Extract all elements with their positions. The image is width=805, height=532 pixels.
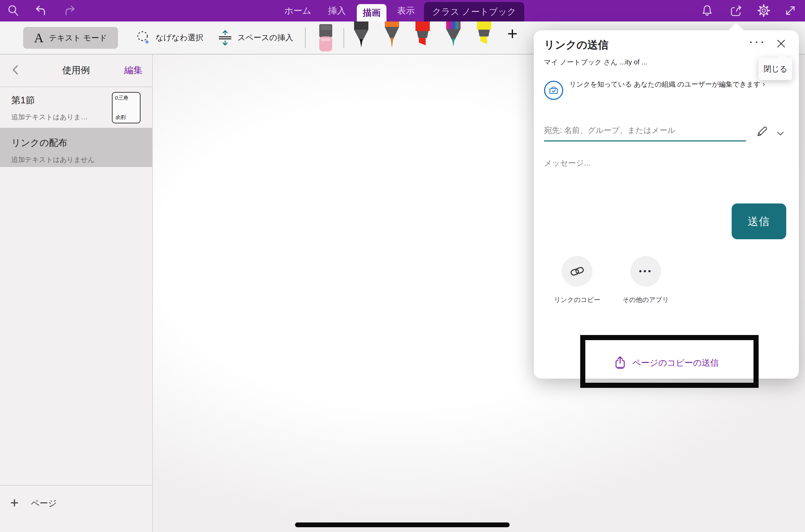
link-icon — [569, 263, 585, 279]
notifications-bell-icon[interactable] — [701, 4, 714, 17]
recipient-field — [544, 123, 746, 141]
more-options-icon[interactable]: ··· — [749, 34, 766, 49]
text-mode-button[interactable]: A テキスト モード — [23, 27, 118, 49]
orange-pen-tool[interactable] — [381, 21, 402, 51]
thumbnail-handwriting-line: 0三角 — [115, 95, 137, 101]
page-thumbnail: 0三角 余割. — [112, 92, 141, 123]
insert-space-label: スペースの挿入 — [237, 32, 293, 43]
ellipsis-icon: ••• — [639, 267, 653, 276]
eraser-tool[interactable] — [317, 24, 334, 52]
other-apps-label: その他のアプリ — [618, 295, 673, 304]
copy-link-button[interactable]: リンクのコピー — [550, 256, 604, 304]
page-list-sidebar: 使用例 編集 第1節 追加テキストはありま… 0三角 余割. リンクの配布 追加… — [0, 54, 153, 532]
send-link-panel: リンクの送信 ··· マイ ノートブック さん ...ity of ... リン… — [534, 30, 799, 379]
close-tooltip: 閉じる — [759, 58, 792, 80]
top-app-bar: ホーム 挿入 描画 表示 クラス ノートブック — [0, 0, 805, 21]
tab-insert[interactable]: 挿入 — [320, 0, 354, 21]
message-input[interactable] — [544, 156, 735, 170]
onenote-app-screen: ホーム 挿入 描画 表示 クラス ノートブック — [0, 0, 805, 532]
text-mode-a-icon: A — [34, 30, 43, 45]
redo-icon[interactable] — [63, 4, 76, 17]
page-list-item-selected[interactable]: リンクの配布 追加テキストはありません — [0, 128, 152, 167]
share-icon[interactable] — [729, 4, 742, 17]
lasso-select-label: なげなわ選択 — [156, 32, 203, 43]
pen-tray — [351, 21, 495, 51]
recipient-input[interactable] — [544, 123, 746, 141]
tab-view[interactable]: 表示 — [389, 0, 423, 21]
fullscreen-expand-icon[interactable] — [784, 4, 797, 17]
message-field — [544, 156, 735, 170]
search-icon[interactable] — [7, 4, 20, 17]
panel-title: リンクの送信 — [544, 38, 609, 52]
rainbow-pen-tool[interactable] — [443, 21, 464, 51]
chevron-down-icon[interactable] — [776, 129, 785, 138]
red-marker-tool[interactable] — [412, 21, 433, 51]
permission-text: リンクを知っている あなたの組織 のユーザーが編集できます› — [569, 78, 774, 100]
lasso-icon — [136, 31, 151, 45]
toolbar-divider — [343, 28, 344, 48]
page-list-item[interactable]: 第1節 追加テキストはありま… 0三角 余割. — [0, 88, 152, 128]
add-pen-button[interactable]: + — [507, 25, 517, 43]
edit-button[interactable]: 編集 — [124, 54, 143, 87]
yellow-highlighter-tool[interactable] — [473, 21, 495, 51]
toolbar-divider — [305, 28, 306, 48]
tooltip-label: 閉じる — [763, 64, 787, 74]
tab-class-notebook[interactable]: クラス ノートブック — [424, 2, 524, 21]
chevron-right-icon: › — [761, 80, 765, 88]
insert-space-icon — [218, 30, 233, 46]
undo-icon[interactable] — [35, 4, 48, 17]
thumbnail-handwriting-line: 余割. — [115, 114, 137, 121]
settings-gear-icon[interactable] — [757, 4, 770, 17]
sidebar-header: 使用例 編集 — [0, 54, 152, 87]
home-indicator-bar[interactable] — [295, 522, 510, 527]
pencil-icon[interactable] — [756, 125, 769, 138]
other-apps-button[interactable]: ••• その他のアプリ — [618, 256, 673, 304]
insert-space-button[interactable]: スペースの挿入 — [218, 21, 293, 54]
tab-draw-selected[interactable]: 描画 — [357, 4, 386, 21]
add-page-button[interactable]: + ページ — [0, 485, 152, 510]
send-button[interactable]: 送信 — [732, 203, 786, 239]
page-title: リンクの配布 — [11, 137, 152, 149]
copy-link-label: リンクのコピー — [550, 295, 604, 304]
annotation-highlight-rectangle — [580, 335, 759, 388]
plus-icon: + — [10, 496, 19, 510]
organization-briefcase-icon — [544, 81, 563, 100]
black-pen-tool[interactable] — [351, 21, 372, 51]
page-subtitle: 追加テキストはありません — [11, 155, 152, 164]
close-icon[interactable] — [775, 38, 787, 49]
lasso-select-button[interactable]: なげなわ選択 — [136, 21, 203, 54]
tab-home[interactable]: ホーム — [279, 0, 317, 21]
notebook-subtitle: マイ ノートブック さん ...ity of ... — [544, 58, 647, 67]
text-mode-label: テキスト モード — [49, 33, 107, 43]
add-page-label: ページ — [31, 498, 57, 509]
link-permission-row[interactable]: リンクを知っている あなたの組織 のユーザーが編集できます› — [544, 78, 774, 100]
